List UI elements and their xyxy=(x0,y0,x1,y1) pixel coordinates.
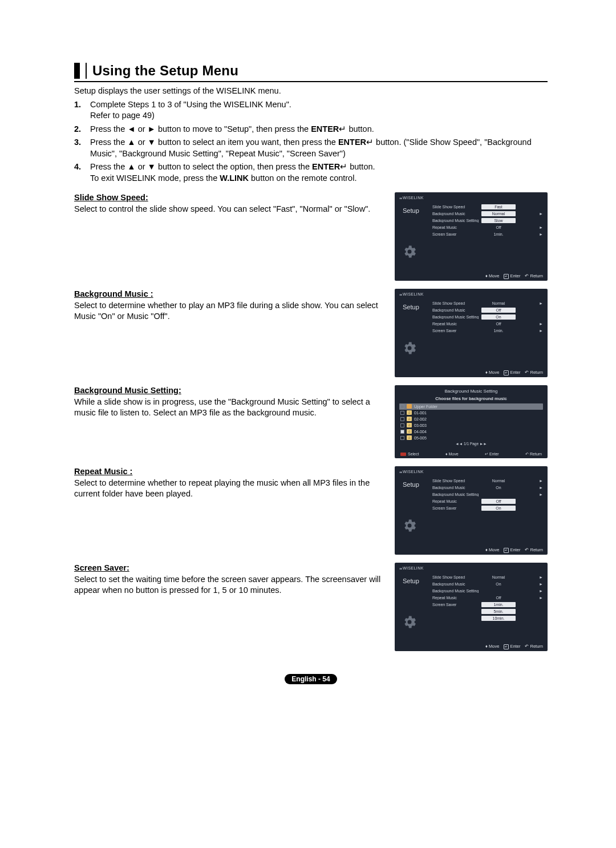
setup-label: Setup xyxy=(403,481,419,488)
enter-icon: ↵ xyxy=(504,274,509,279)
manual-page: Using the Setup Menu Setup displays the … xyxy=(0,0,616,718)
enter-icon: ↵ xyxy=(504,370,509,375)
steps-list: 1. Complete Steps 1 to 3 of "Using the W… xyxy=(74,99,548,184)
title-rule xyxy=(74,81,548,82)
wiselink-brand: WISELINK xyxy=(399,470,424,474)
arrow-right-icon: ► xyxy=(539,596,543,600)
gear-icon xyxy=(402,340,418,356)
gear-icon xyxy=(402,518,418,534)
enter-icon: ↵ xyxy=(485,452,488,456)
section-body: Select to determine whether to play an M… xyxy=(74,300,386,322)
step-num: 2. xyxy=(74,124,90,135)
checkbox-icon xyxy=(400,405,404,409)
hint-bar: ♦ Move ↵ Enter ↶ Return xyxy=(452,644,543,649)
music-icon: ♫ xyxy=(407,435,412,440)
opt-screen-saver: Screen Saver1min.► xyxy=(432,328,543,334)
music-icon: ♫ xyxy=(407,417,412,421)
enter-icon: ↵ xyxy=(504,548,509,553)
move-hint: ♦ Move xyxy=(485,370,499,375)
arrow-right-icon: ► xyxy=(539,329,543,333)
opt-bg-music-setting: Background Music Setting► xyxy=(432,588,543,595)
step-num: 4. xyxy=(74,161,90,184)
section-body: Select to control the slide show speed. … xyxy=(74,204,386,215)
opt-slide-speed: Slide Show SpeedNormal► xyxy=(432,574,543,581)
select-hint: Select xyxy=(400,452,419,457)
step-3: 3. Press the ▲ or ▼ button to select an … xyxy=(74,137,548,159)
opt-bg-music: Background MusicOn► xyxy=(432,484,543,491)
step-text: Press the ◄ or ► button to move to "Setu… xyxy=(90,124,548,135)
wiselink-brand: WISELINK xyxy=(399,196,424,200)
section-heading: Repeat Music : xyxy=(74,466,386,477)
move-hint: ♦ Move xyxy=(445,452,459,457)
wiselink-brand: WISELINK xyxy=(399,292,424,296)
opt-slide-speed: Slide Show SpeedFast xyxy=(432,204,543,211)
hint-bar: Select ♦ Move ↵ Enter ↶ Return xyxy=(400,452,542,457)
section-repeat-music: Repeat Music : Select to determine wheth… xyxy=(74,466,388,500)
setup-label: Setup xyxy=(403,207,419,214)
checkbox-icon xyxy=(400,417,404,421)
tv-screenshot-bgm-setting: Background Music Setting Choose files fo… xyxy=(395,385,548,458)
music-icon: ♫ xyxy=(407,423,412,427)
opt-screen-saver: Screen SaverOn xyxy=(432,505,543,512)
opt-ss-alt: 5min. xyxy=(432,608,543,615)
opt-bg-music: Background MusicOff xyxy=(432,307,543,314)
page-indicator: ◄◄ 1/1 Page ►► xyxy=(395,442,548,446)
tv-screenshot-screen-saver: WISELINK Setup Slide Show SpeedNormal► B… xyxy=(395,563,548,651)
opt-screen-saver: Screen Saver1min.► xyxy=(432,231,543,238)
tv-screenshot-slide-speed: WISELINK Setup Slide Show SpeedFast Back… xyxy=(395,192,548,281)
file-item: ♫05-005 xyxy=(400,435,542,441)
music-icon: ♫ xyxy=(407,410,412,415)
arrow-right-icon: ► xyxy=(539,301,543,305)
arrow-right-icon: ► xyxy=(539,589,543,593)
enter-icon: ↵ xyxy=(504,644,509,649)
select-icon xyxy=(400,453,406,456)
opt-ss-alt: 10min. xyxy=(432,615,543,622)
section-heading: Slide Show Speed: xyxy=(74,192,386,203)
gear-icon xyxy=(402,614,418,630)
enter-hint: ↵ Enter xyxy=(485,452,499,457)
arrow-right-icon: ► xyxy=(539,479,543,483)
section-bg-music-setting: Background Music Setting: While a slide … xyxy=(74,385,388,419)
arrow-right-icon: ► xyxy=(539,322,543,326)
wiselink-brand: WISELINK xyxy=(399,566,424,570)
music-icon: ♫ xyxy=(407,429,412,434)
arrow-right-icon: ► xyxy=(539,232,543,236)
hint-bar: ♦ Move ↵ Enter ↶ Return xyxy=(452,547,543,553)
checkbox-icon xyxy=(400,411,404,415)
step-num: 1. xyxy=(74,99,90,122)
gear-icon xyxy=(402,244,418,260)
opt-bg-music-setting: Background Music Setting► xyxy=(432,491,543,498)
step-num: 3. xyxy=(74,137,90,159)
arrow-right-icon: ► xyxy=(539,582,543,586)
file-item: ♫03-003 xyxy=(400,422,542,429)
title-block: Using the Setup Menu xyxy=(74,63,548,79)
step-2: 2. Press the ◄ or ► button to move to "S… xyxy=(74,124,548,135)
step-4: 4. Press the ▲ or ▼ button to select the… xyxy=(74,161,548,184)
return-hint: ↶ Return xyxy=(525,452,542,457)
return-hint: ↶ Return xyxy=(525,273,543,278)
opt-bg-music: Background MusicNormal► xyxy=(432,211,543,217)
opt-repeat: Repeat MusicOff► xyxy=(432,321,543,328)
setup-label: Setup xyxy=(403,304,419,310)
tv-screenshot-repeat: WISELINK Setup Slide Show SpeedNormal► B… xyxy=(395,466,548,555)
hint-bar: ♦ Move ↵ Enter ↶ Return xyxy=(452,273,543,279)
enter-hint: ↵ Enter xyxy=(504,273,520,279)
file-upper-folder: Upper Folder xyxy=(399,403,543,410)
section-body: While a slide show is in progress, use t… xyxy=(74,397,386,418)
opt-screen-saver: Screen Saver1min. xyxy=(432,601,543,608)
file-item: ♫04-004 xyxy=(400,429,542,435)
move-hint: ♦ Move xyxy=(485,273,499,278)
page-footer: English - 54 xyxy=(74,674,548,684)
opt-bg-music-setting: Background Music SettingOn xyxy=(432,314,543,321)
opt-repeat: Repeat MusicOff xyxy=(432,498,543,505)
section-background-music: Background Music : Select to determine w… xyxy=(74,289,388,322)
bgm-subtitle: Choose files for background music xyxy=(395,396,548,401)
move-hint: ♦ Move xyxy=(485,644,499,649)
section-heading: Screen Saver: xyxy=(74,563,386,574)
return-hint: ↶ Return xyxy=(525,370,543,375)
section-body: Select to set the waiting time before th… xyxy=(74,574,386,596)
section-body: Select to determine whether to repeat pl… xyxy=(74,478,386,499)
file-item: ♫02-002 xyxy=(400,416,542,422)
opt-slide-speed: Slide Show SpeedNormal► xyxy=(432,478,543,484)
opt-slide-speed: Slide Show SpeedNormal► xyxy=(432,300,543,307)
